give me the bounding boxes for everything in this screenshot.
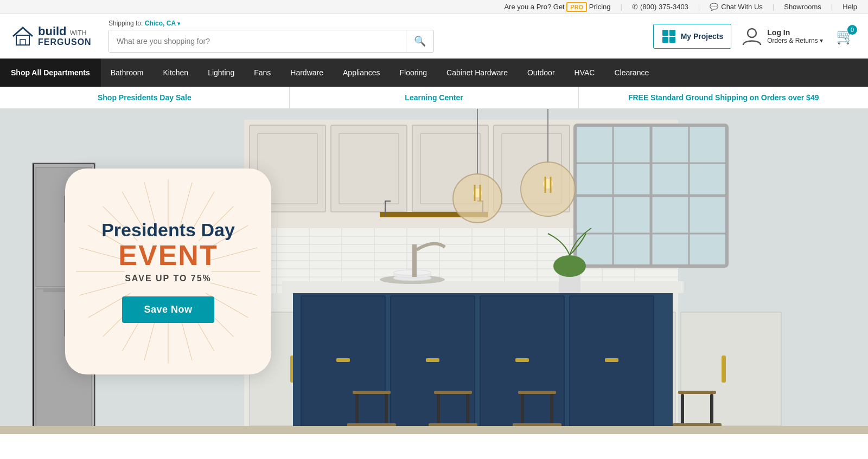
cart-section[interactable]: 🛒 0: [834, 25, 857, 47]
main-nav: Shop All Departments Bathroom Kitchen Li…: [0, 59, 868, 87]
top-bar: Are you a Pro? Get PRO Pricing | ✆ (800)…: [0, 0, 868, 14]
svg-point-67: [453, 174, 502, 223]
shipping-city-link[interactable]: Chico, CA ▾: [145, 20, 180, 27]
nav-item-appliances[interactable]: Appliances: [333, 59, 390, 87]
svg-rect-94: [355, 394, 359, 426]
showrooms-link[interactable]: Showrooms: [784, 3, 821, 11]
logo-text: build WITH FERGUSON: [38, 25, 92, 47]
nav-item-cabinet-hardware[interactable]: Cabinet Hardware: [437, 59, 518, 87]
svg-rect-101: [518, 391, 556, 394]
hero-cta-button[interactable]: Save Now: [122, 296, 214, 323]
svg-rect-109: [0, 426, 868, 434]
search-area: Shipping to: Chico, CA ▾ 🔍: [108, 20, 434, 53]
svg-rect-77: [282, 281, 684, 293]
account-text: Log In Orders & Returns ▾: [767, 28, 823, 44]
nav-item-fans[interactable]: Fans: [244, 59, 280, 87]
svg-rect-52: [681, 312, 781, 426]
svg-rect-84: [515, 358, 529, 362]
svg-rect-105: [678, 391, 716, 394]
nav-item-clearance[interactable]: Clearance: [604, 59, 659, 87]
projects-icon: [661, 29, 676, 44]
svg-rect-81: [570, 296, 654, 429]
hero-section: Presidents Day EVENT SAVE UP TO 75% Save…: [0, 109, 868, 434]
nav-item-flooring[interactable]: Flooring: [390, 59, 437, 87]
nav-item-bathroom[interactable]: Bathroom: [101, 59, 154, 87]
svg-rect-2: [662, 30, 668, 36]
svg-rect-3: [669, 30, 675, 36]
promo-presidents-day[interactable]: Shop Presidents Day Sale: [0, 87, 290, 108]
header: build WITH FERGUSON Shipping to: Chico, …: [0, 14, 868, 59]
logo[interactable]: build WITH FERGUSON: [11, 24, 98, 48]
svg-point-92: [553, 255, 586, 277]
nav-item-kitchen[interactable]: Kitchen: [153, 59, 198, 87]
svg-rect-93: [353, 391, 391, 394]
nav-item-outdoor[interactable]: Outdoor: [518, 59, 565, 87]
user-icon: [742, 27, 762, 46]
phone-link[interactable]: ✆ (800) 375-3403: [632, 3, 688, 11]
search-bar: 🔍: [108, 30, 434, 53]
hero-card-content: Presidents Day EVENT SAVE UP TO 75% Save…: [101, 220, 235, 323]
hero-title-line2: EVENT: [101, 241, 235, 269]
hero-card: Presidents Day EVENT SAVE UP TO 75% Save…: [65, 169, 271, 374]
logo-house-icon: [11, 24, 35, 48]
svg-rect-90: [412, 244, 417, 277]
chat-link[interactable]: 💬 Chat With Us: [710, 3, 763, 11]
svg-rect-98: [437, 394, 440, 426]
chat-bubble-icon: 💬: [710, 3, 718, 11]
nav-shop-all[interactable]: Shop All Departments: [0, 59, 101, 87]
nav-items: Bathroom Kitchen Lighting Fans Hardware …: [101, 59, 868, 87]
nav-item-lighting[interactable]: Lighting: [198, 59, 244, 87]
pro-text: Are you a Pro? Get PRO Pricing: [504, 3, 610, 11]
header-right: My Projects Log In Orders & Returns ▾ 🛒 …: [653, 24, 857, 49]
search-icon: 🔍: [414, 36, 426, 47]
svg-point-6: [748, 29, 756, 37]
free-shipping-promo[interactable]: FREE Standard Ground Shipping on Orders …: [579, 87, 868, 108]
pro-badge: PRO: [566, 2, 587, 12]
help-link[interactable]: Help: [843, 3, 857, 11]
cart-badge: 0: [847, 25, 857, 35]
nav-item-hardware[interactable]: Hardware: [280, 59, 333, 87]
svg-rect-103: [550, 394, 553, 426]
svg-rect-99: [466, 394, 469, 426]
svg-rect-82: [336, 358, 350, 362]
svg-rect-5: [669, 37, 675, 43]
svg-rect-107: [710, 394, 713, 426]
shipping-info: Shipping to: Chico, CA ▾: [108, 20, 434, 27]
search-input[interactable]: [109, 30, 406, 52]
my-projects-button[interactable]: My Projects: [653, 24, 732, 49]
svg-rect-97: [434, 391, 472, 394]
svg-rect-78: [301, 296, 385, 429]
chevron-down-icon: ▾: [177, 21, 180, 27]
nav-item-hvac[interactable]: HVAC: [565, 59, 605, 87]
svg-rect-0: [16, 35, 29, 45]
hero-title-line1: Presidents Day: [101, 220, 235, 240]
svg-rect-106: [681, 394, 684, 426]
account-section[interactable]: Log In Orders & Returns ▾: [742, 27, 823, 46]
svg-rect-83: [426, 358, 439, 362]
phone-icon: ✆: [632, 3, 638, 11]
learning-center-link[interactable]: Learning Center: [290, 87, 579, 108]
secondary-nav: Shop Presidents Day Sale Learning Center…: [0, 87, 868, 109]
hero-save-text: SAVE UP TO 75%: [101, 274, 235, 283]
svg-rect-39: [331, 125, 407, 212]
svg-point-72: [521, 162, 575, 216]
orders-dropdown-icon: ▾: [820, 37, 823, 44]
svg-rect-102: [521, 394, 524, 426]
svg-rect-79: [391, 296, 475, 429]
svg-rect-1: [20, 40, 25, 45]
svg-rect-4: [662, 37, 668, 43]
svg-rect-56: [722, 355, 726, 383]
svg-rect-85: [605, 358, 618, 362]
svg-rect-95: [385, 394, 388, 426]
search-button[interactable]: 🔍: [406, 30, 433, 52]
